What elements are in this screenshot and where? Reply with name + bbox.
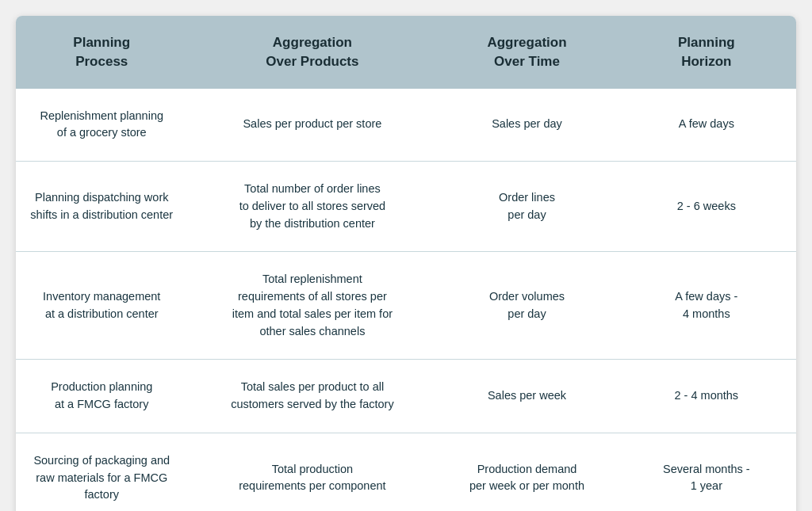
header-aggregation-products: AggregationOver Products <box>187 16 437 89</box>
process-cell: Sourcing of packaging andraw materials f… <box>16 433 187 511</box>
main-table-container: PlanningProcess AggregationOver Products… <box>16 16 796 511</box>
table-row: Sourcing of packaging andraw materials f… <box>16 433 796 511</box>
process-cell: Production planningat a FMCG factory <box>16 360 187 433</box>
products-cell: Total productionrequirements per compone… <box>187 433 437 511</box>
products-cell: Total number of order linesto deliver to… <box>187 162 437 252</box>
horizon-cell: A few days -4 months <box>617 252 796 360</box>
time-cell: Order linesper day <box>437 162 616 252</box>
horizon-cell: A few days <box>617 89 796 162</box>
products-cell: Sales per product per store <box>187 89 437 162</box>
table-row: Planning dispatching workshifts in a dis… <box>16 162 796 252</box>
table-row: Inventory managementat a distribution ce… <box>16 252 796 360</box>
time-cell: Production demandper week or per month <box>437 433 616 511</box>
horizon-cell: Several months -1 year <box>617 433 796 511</box>
horizon-cell: 2 - 6 weeks <box>617 162 796 252</box>
products-cell: Total replenishmentrequirements of all s… <box>187 252 437 360</box>
header-aggregation-time: AggregationOver Time <box>437 16 616 89</box>
time-cell: Order volumesper day <box>437 252 616 360</box>
header-row: PlanningProcess AggregationOver Products… <box>16 16 796 89</box>
planning-table: PlanningProcess AggregationOver Products… <box>16 16 796 511</box>
horizon-cell: 2 - 4 months <box>617 360 796 433</box>
header-planning-horizon: PlanningHorizon <box>617 16 796 89</box>
table-row: Production planningat a FMCG factoryTota… <box>16 360 796 433</box>
time-cell: Sales per week <box>437 360 616 433</box>
process-cell: Inventory managementat a distribution ce… <box>16 252 187 360</box>
header-planning-process: PlanningProcess <box>16 16 187 89</box>
process-cell: Planning dispatching workshifts in a dis… <box>16 162 187 252</box>
table-row: Replenishment planningof a grocery store… <box>16 89 796 162</box>
process-cell: Replenishment planningof a grocery store <box>16 89 187 162</box>
time-cell: Sales per day <box>437 89 616 162</box>
products-cell: Total sales per product to allcustomers … <box>187 360 437 433</box>
